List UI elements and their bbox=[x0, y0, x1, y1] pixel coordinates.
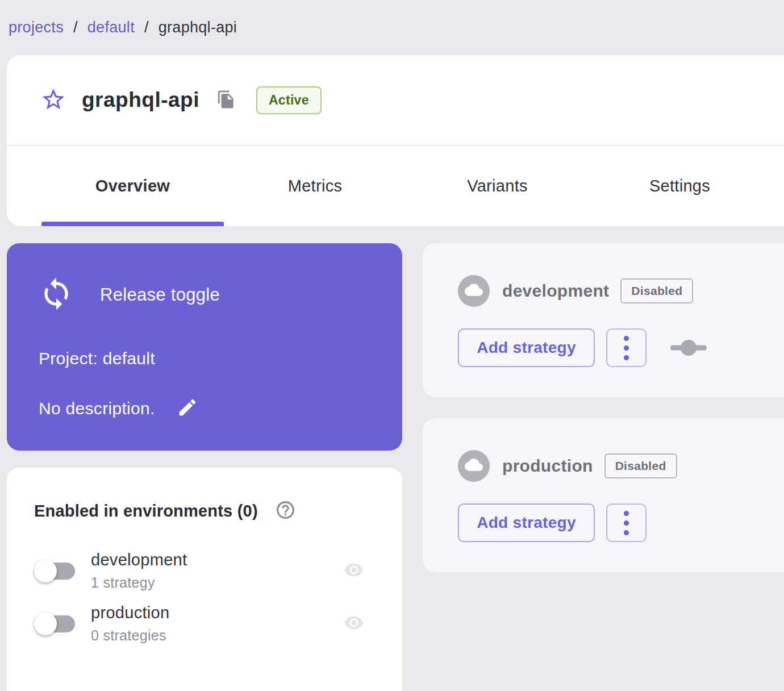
page-title: graphql-api bbox=[82, 88, 199, 112]
environment-card-production: production Disabled Add strategy bbox=[423, 418, 784, 572]
environment-card-name: development bbox=[502, 281, 609, 301]
kebab-dot bbox=[624, 355, 629, 360]
tab-settings[interactable]: Settings bbox=[589, 146, 771, 226]
breadcrumb-current: graphql-api bbox=[159, 19, 237, 36]
environment-name: development bbox=[91, 551, 187, 569]
kebab-menu-button[interactable] bbox=[606, 328, 647, 367]
project-label: Project: default bbox=[39, 349, 370, 368]
cloud-icon bbox=[465, 281, 483, 301]
help-button[interactable] bbox=[275, 499, 296, 522]
environment-card-actions: Add strategy bbox=[458, 328, 784, 367]
environment-card-actions: Add strategy bbox=[458, 503, 784, 542]
kebab-dot bbox=[624, 530, 629, 535]
environment-row-development: development 1 strategy bbox=[34, 551, 375, 591]
kebab-dot bbox=[624, 511, 629, 516]
breadcrumb-separator: / bbox=[144, 19, 149, 36]
environment-card-development: development Disabled Add strategy bbox=[423, 243, 784, 397]
toggle-type-card: Release toggle Project: default No descr… bbox=[7, 243, 402, 451]
tab-overview[interactable]: Overview bbox=[41, 146, 224, 226]
status-badge: Active bbox=[256, 86, 322, 114]
strategy-indicator-icon bbox=[670, 340, 707, 356]
environment-card-header: development Disabled bbox=[458, 275, 784, 307]
environment-toggle-development[interactable] bbox=[34, 558, 76, 584]
breadcrumb: projects / default / graphql-api bbox=[0, 0, 784, 55]
help-icon bbox=[275, 499, 296, 522]
enabled-environments-card: Enabled in environments (0) development … bbox=[7, 468, 402, 691]
toggle-knob bbox=[34, 613, 57, 635]
environment-avatar bbox=[458, 275, 490, 307]
breadcrumb-separator: / bbox=[73, 19, 78, 36]
toggle-type-label: Release toggle bbox=[100, 285, 220, 305]
enabled-environments-header: Enabled in environments (0) bbox=[34, 499, 375, 522]
add-strategy-button[interactable]: Add strategy bbox=[458, 328, 595, 367]
disabled-badge: Disabled bbox=[620, 278, 693, 303]
breadcrumb-link-projects[interactable]: projects bbox=[9, 19, 64, 36]
environment-card-header: production Disabled bbox=[458, 450, 784, 482]
right-column: development Disabled Add strategy bbox=[423, 243, 784, 572]
environment-labels: development 1 strategy bbox=[91, 551, 187, 591]
edit-description-button[interactable] bbox=[177, 397, 198, 420]
toggle-type-header: Release toggle bbox=[39, 276, 370, 314]
kebab-menu-button[interactable] bbox=[606, 503, 647, 542]
star-icon bbox=[40, 86, 66, 114]
environment-strategy-count: 1 strategy bbox=[91, 575, 187, 591]
enabled-environments-title: Enabled in environments (0) bbox=[34, 502, 258, 521]
add-strategy-button[interactable]: Add strategy bbox=[458, 503, 595, 542]
environment-row-production: production 0 strategies bbox=[34, 603, 375, 644]
copy-icon bbox=[216, 90, 236, 111]
environment-card-name: production bbox=[502, 456, 593, 476]
loop-refresh-icon bbox=[39, 276, 74, 314]
environment-labels: production 0 strategies bbox=[91, 603, 169, 644]
tab-variants[interactable]: Variants bbox=[406, 146, 589, 226]
description-text: No description. bbox=[39, 399, 155, 418]
visibility-button-production[interactable] bbox=[340, 613, 368, 635]
environment-name: production bbox=[91, 603, 169, 622]
feature-header-row: graphql-api Active bbox=[7, 55, 784, 146]
tab-metrics[interactable]: Metrics bbox=[224, 146, 406, 226]
kebab-dot bbox=[624, 336, 629, 341]
eye-icon bbox=[340, 560, 368, 582]
environment-toggle-production[interactable] bbox=[34, 611, 76, 637]
tabs: Overview Metrics Variants Settings bbox=[7, 146, 784, 226]
favorite-button[interactable] bbox=[40, 86, 67, 114]
eye-icon bbox=[340, 613, 368, 635]
environment-avatar bbox=[458, 450, 490, 482]
description-row: No description. bbox=[39, 397, 370, 420]
copy-name-button[interactable] bbox=[216, 90, 236, 111]
visibility-button-development[interactable] bbox=[340, 560, 368, 582]
left-column: Release toggle Project: default No descr… bbox=[7, 243, 402, 691]
breadcrumb-link-default[interactable]: default bbox=[87, 19, 135, 36]
kebab-dot bbox=[624, 521, 629, 526]
toggle-knob bbox=[34, 560, 57, 582]
disabled-badge: Disabled bbox=[604, 453, 677, 478]
pencil-icon bbox=[177, 397, 198, 420]
kebab-dot bbox=[624, 346, 629, 351]
main-content: Release toggle Project: default No descr… bbox=[7, 243, 784, 691]
feature-header-card: graphql-api Active Overview Metrics Vari… bbox=[7, 55, 784, 226]
environment-strategy-count: 0 strategies bbox=[91, 627, 169, 644]
cloud-icon bbox=[465, 456, 483, 476]
